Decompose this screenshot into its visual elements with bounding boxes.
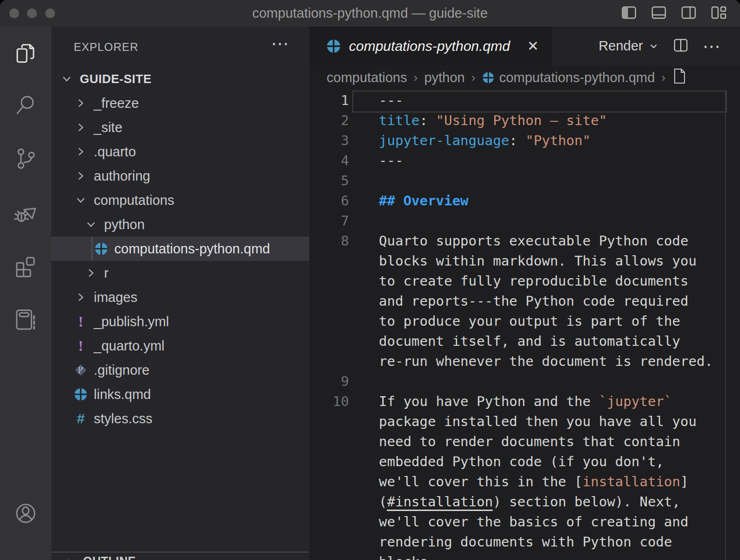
- tree-item-label: _freeze: [94, 96, 139, 111]
- line-number: 5: [309, 171, 349, 191]
- tree-item--site[interactable]: _site: [51, 115, 309, 140]
- code-text: embedded Python code (if you don't,: [379, 452, 664, 472]
- search-icon[interactable]: [0, 84, 51, 126]
- code-text: ---: [379, 151, 403, 171]
- source-control-icon[interactable]: [0, 137, 51, 180]
- tree-item-label: GUIDE-SITE: [80, 72, 152, 86]
- code-text: and reports---the Python code required: [379, 291, 688, 311]
- code-line-5[interactable]: 5: [309, 171, 740, 191]
- outline-header[interactable]: OUTLINE: [51, 554, 136, 560]
- render-button[interactable]: Render: [599, 38, 659, 54]
- file-tree: GUIDE-SITE_freeze_site.quartoauthoringco…: [51, 67, 309, 431]
- extensions-icon[interactable]: [0, 245, 51, 287]
- code-line-wrap[interactable]: (#installation) section below). Next,: [309, 492, 740, 512]
- code-text: package installed then you have all you: [379, 412, 697, 432]
- chevron-right-icon: [75, 146, 87, 158]
- line-number: [309, 532, 349, 552]
- code-line-wrap[interactable]: to create fully reproducible documents: [309, 271, 740, 291]
- code-line-4[interactable]: 4---: [309, 151, 740, 171]
- tree-item-computations-python-qmd[interactable]: computations-python.qmd: [51, 237, 309, 261]
- tree-item-python[interactable]: python: [51, 212, 309, 237]
- code-text: we'll cover this in the [installation]: [379, 472, 688, 492]
- tree-item-label: authoring: [94, 168, 150, 184]
- code-text: document itself, and is automatically: [379, 331, 680, 351]
- code-line-wrap[interactable]: we'll cover the basics of creating and: [309, 512, 740, 532]
- line-number: [309, 472, 349, 492]
- line-number: [309, 492, 349, 512]
- toggle-primary-sidebar-icon[interactable]: [621, 5, 637, 22]
- tree-item-r[interactable]: r: [51, 261, 309, 285]
- code-line-wrap[interactable]: embedded Python code (if you don't,: [309, 452, 740, 472]
- account-icon[interactable]: [0, 492, 51, 535]
- tree-item--gitignore[interactable]: .gitignore: [51, 358, 309, 382]
- toggle-panel-icon[interactable]: [650, 5, 667, 22]
- code-line-3[interactable]: 3jupyter-language: "Python": [309, 131, 740, 151]
- code-line-9[interactable]: 9: [309, 371, 740, 392]
- tree-item--freeze[interactable]: _freeze: [51, 91, 309, 115]
- tab-close-icon[interactable]: ✕: [527, 38, 539, 54]
- line-number: [309, 452, 349, 472]
- tree-item-authoring[interactable]: authoring: [51, 164, 309, 188]
- chevron-right-icon: [85, 267, 97, 279]
- code-text: ---: [379, 91, 403, 111]
- explorer-icon[interactable]: [0, 32, 51, 75]
- toggle-secondary-sidebar-icon[interactable]: [680, 5, 697, 22]
- breadcrumb-item-python[interactable]: python: [424, 70, 465, 85]
- tab-label: computations-python.qmd: [349, 38, 510, 54]
- tree-item-label: python: [104, 217, 145, 232]
- code-line-wrap[interactable]: and reports---the Python code required: [309, 291, 740, 311]
- line-number: [309, 432, 349, 452]
- tree-item--quarto-yml[interactable]: !_quarto.yml: [51, 334, 309, 358]
- tree-item--quarto[interactable]: .quarto: [51, 140, 309, 164]
- code-line-wrap[interactable]: need to render documents that contain: [309, 432, 740, 452]
- code-line-10[interactable]: 10If you have Python and the `jupyter`: [309, 392, 740, 412]
- tree-item-images[interactable]: images: [51, 285, 309, 309]
- customize-layout-icon[interactable]: [710, 5, 727, 22]
- breadcrumb-label: python: [424, 70, 465, 85]
- line-number: [309, 311, 349, 331]
- git-branch-glyph: [13, 146, 38, 171]
- code-line-wrap[interactable]: document itself, and is automatically: [309, 331, 740, 351]
- more-actions-icon[interactable]: ⋯: [703, 36, 721, 56]
- code-line-2[interactable]: 2title: "Using Python — site": [309, 111, 740, 131]
- code-line-wrap[interactable]: package installed then you have all you: [309, 412, 740, 432]
- run-debug-icon[interactable]: [0, 191, 51, 234]
- code-line-6[interactable]: 6## Overview: [309, 191, 740, 211]
- tree-item--publish-yml[interactable]: !_publish.yml: [51, 309, 309, 334]
- tree-item-styles-css[interactable]: #styles.css: [51, 406, 309, 431]
- code-line-wrap[interactable]: blocks within markdown. This allows you: [309, 251, 740, 271]
- notebook-icon[interactable]: [0, 298, 51, 341]
- sidebar-header: EXPLORER ⋯: [51, 27, 309, 67]
- split-editor-icon[interactable]: [673, 38, 689, 55]
- tab-computations-python[interactable]: computations-python.qmd ✕: [309, 27, 552, 65]
- code-line-wrap[interactable]: to produce your output is part of the: [309, 311, 740, 331]
- line-number: [309, 271, 349, 291]
- tree-item-label: images: [94, 290, 138, 305]
- code-line-7[interactable]: 7: [309, 211, 740, 231]
- code-line-wrap[interactable]: blocks: [309, 552, 740, 560]
- sidebar-more-actions-icon[interactable]: ⋯: [271, 33, 290, 54]
- code-line-wrap[interactable]: re-run whenever the document is rendered…: [309, 351, 740, 371]
- tree-item-computations[interactable]: computations: [51, 188, 309, 212]
- line-number: 8: [309, 231, 349, 251]
- line-number: [309, 512, 349, 532]
- gitignore-icon: [74, 363, 88, 377]
- tree-item-links-qmd[interactable]: links.qmd: [51, 382, 309, 406]
- tree-item-guide-site[interactable]: GUIDE-SITE: [51, 67, 309, 91]
- code-line-8[interactable]: 8Quarto supports executable Python code: [309, 231, 740, 251]
- code-line-wrap[interactable]: we'll cover this in the [installation]: [309, 472, 740, 492]
- line-number: [309, 351, 349, 371]
- yaml-icon: !: [74, 339, 88, 353]
- breadcrumb-item-computations[interactable]: computations: [327, 70, 407, 85]
- breadcrumb-item-file[interactable]: [672, 68, 687, 88]
- editor-group: computations-python.qmd ✕ Render ⋯ compu…: [309, 27, 740, 560]
- code-line-1[interactable]: 1---: [309, 91, 740, 111]
- tab-strip: computations-python.qmd ✕ Render ⋯: [309, 27, 740, 65]
- breadcrumb-item-computations-python-qmd[interactable]: computations-python.qmd: [482, 70, 655, 85]
- line-number: 3: [309, 131, 349, 151]
- code-line-wrap[interactable]: rendering documents with Python code: [309, 532, 740, 552]
- code-editor[interactable]: 1---2title: "Using Python — site"3jupyte…: [309, 90, 740, 560]
- line-number: 2: [309, 111, 349, 131]
- outline-label: OUTLINE: [83, 554, 136, 560]
- tree-item-label: .gitignore: [94, 363, 149, 378]
